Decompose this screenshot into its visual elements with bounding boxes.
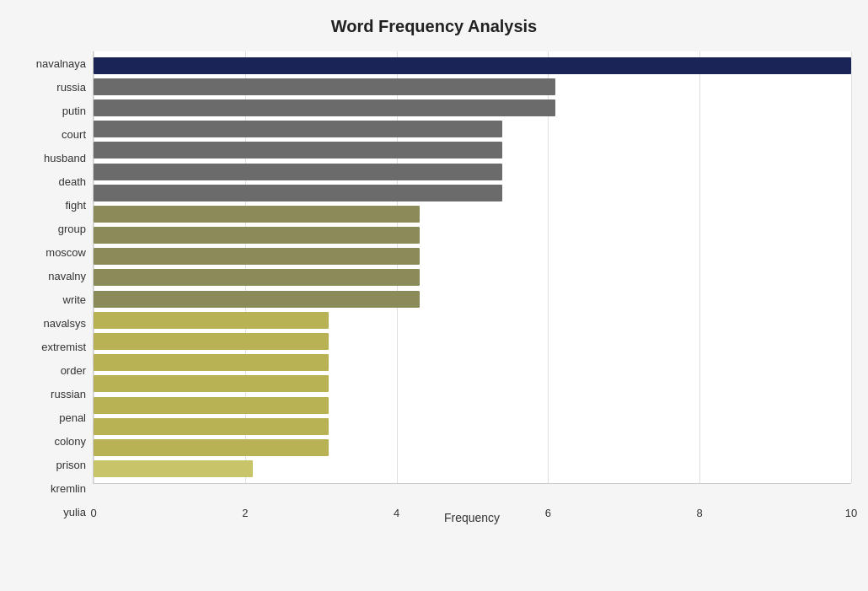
y-label-navalsys: navalsys	[43, 313, 86, 335]
bar-row-penal	[94, 374, 851, 393]
bar-navalnaya	[94, 57, 851, 74]
bar-row-group	[94, 205, 851, 223]
bar-penal	[94, 375, 329, 392]
bar-colony	[94, 397, 329, 414]
bar-write	[94, 269, 420, 286]
bar-row-fight	[94, 184, 851, 202]
bar-navalny	[94, 248, 420, 265]
x-tick-label-8: 8	[697, 507, 703, 519]
bar-putin	[94, 99, 555, 116]
bar-yulia	[94, 460, 253, 477]
y-label-penal: penal	[59, 407, 86, 429]
y-label-court: court	[62, 123, 86, 145]
bar-prison	[94, 418, 329, 435]
grid-line	[851, 51, 852, 483]
bar-court	[94, 121, 502, 137]
chart-title: Word Frequency Analysis	[17, 17, 851, 36]
y-label-order: order	[61, 360, 86, 382]
y-label-fight: fight	[65, 194, 86, 216]
y-label-moscow: moscow	[46, 241, 86, 263]
bar-row-navalsys	[94, 290, 851, 309]
bar-row-yulia	[94, 459, 851, 478]
y-axis: navalnayarussiaputincourthusbanddeathfig…	[17, 51, 93, 524]
y-label-write: write	[63, 288, 86, 310]
bar-fight	[94, 185, 502, 201]
y-label-group: group	[58, 218, 86, 239]
y-label-navalny: navalny	[48, 265, 86, 287]
bar-row-order	[94, 332, 851, 351]
bar-row-russia	[94, 78, 851, 96]
bar-row-prison	[94, 417, 851, 436]
y-label-extremist: extremist	[41, 336, 86, 358]
bar-navalsys	[94, 291, 420, 308]
y-label-death: death	[58, 170, 86, 192]
x-tick-label-4: 4	[394, 507, 399, 519]
bar-order	[94, 333, 329, 350]
bar-row-death	[94, 163, 851, 181]
bar-russia	[94, 78, 555, 95]
y-label-yulia: yulia	[63, 502, 86, 524]
y-label-kremlin: kremlin	[51, 478, 86, 500]
bar-row-putin	[94, 99, 851, 117]
bar-row-kremlin	[94, 438, 851, 457]
bar-russian	[94, 354, 329, 371]
y-label-putin: putin	[62, 99, 86, 121]
bar-row-husband	[94, 141, 851, 159]
bar-kremlin	[94, 439, 329, 456]
bar-row-russian	[94, 353, 851, 372]
chart-container: Word Frequency Analysis navalnayarussiap…	[0, 0, 868, 591]
y-label-prison: prison	[56, 454, 86, 476]
x-tick-label-10: 10	[845, 507, 857, 519]
bar-row-court	[94, 120, 851, 138]
bar-row-navalnaya	[94, 56, 851, 75]
y-label-navalnaya: navalnaya	[36, 52, 86, 74]
x-tick-label-6: 6	[545, 507, 551, 519]
y-label-russia: russia	[56, 76, 86, 98]
x-axis-title: Frequency	[93, 511, 851, 524]
bar-row-colony	[94, 396, 851, 415]
bar-husband	[94, 142, 502, 158]
x-tick-label-2: 2	[242, 507, 248, 519]
bar-row-write	[94, 268, 851, 287]
bar-group	[94, 206, 420, 223]
bar-row-moscow	[94, 226, 851, 244]
bar-row-extremist	[94, 311, 851, 330]
x-tick-label-0: 0	[90, 507, 96, 519]
y-label-husband: husband	[44, 147, 86, 169]
bar-moscow	[94, 227, 420, 244]
y-label-colony: colony	[54, 431, 86, 453]
y-label-russian: russian	[51, 384, 86, 406]
bar-death	[94, 164, 502, 180]
chart-area: navalnayarussiaputincourthusbanddeathfig…	[17, 51, 851, 524]
bar-extremist	[94, 312, 329, 329]
bar-row-navalny	[94, 247, 851, 266]
plot-area: 0246810	[93, 51, 851, 484]
